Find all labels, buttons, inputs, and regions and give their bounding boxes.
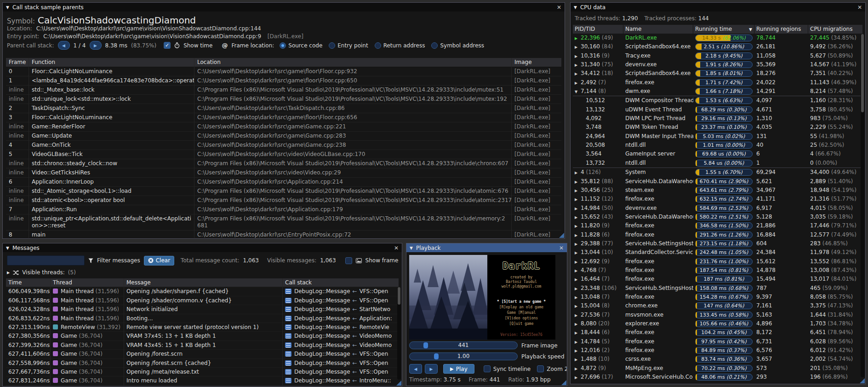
expander-icon[interactable]: ▶ [575,329,581,336]
expander-icon[interactable]: ▶ [575,35,581,42]
expander-icon[interactable]: ▶ [575,374,581,381]
process-row[interactable]: ▶11,820 (9)firefox.exe346.58 ms (1.50%)2… [573,221,863,230]
function-name[interactable]: std::_Atomic_storage<bool,1>::load [29,187,194,196]
function-name[interactable]: Game::RenderFloor [29,122,194,132]
message-callstack[interactable]: DebugLog::Message←VideoMemo [283,332,399,341]
process-row[interactable]: ▶27,536 (7)msvsmon.exe133.45 ms (0.58%)5… [573,311,863,319]
process-row[interactable]: ▶4,872 (9)MsMpEng.exe70.22 ms (0.30%)573… [573,364,863,373]
process-row[interactable]: 20,508 ntdll.dll1.01 ms (0.00%)4025 (62.… [573,141,863,150]
callstack-list-icon[interactable] [285,306,291,312]
message-callstack[interactable]: DebugLog::Message←VFS::Open [283,359,399,368]
radio-icon[interactable] [280,42,286,49]
radio-icon[interactable] [375,42,381,49]
table-row[interactable]: inlineGame::RenderFloorC:\Users\wolf\Des… [6,122,561,132]
expander-icon[interactable]: ▶ [575,232,581,239]
table-row[interactable]: 7Application::RunC:\Users\wolf\Desktop\d… [6,205,561,214]
process-row[interactable]: 13,132 uDWM Event Thread68.29 ms (0.30%)… [573,105,863,114]
radio-icon[interactable] [431,42,438,49]
message-callstack[interactable]: DebugLog::Message←RemoteVie [283,323,399,332]
function-name[interactable]: main [29,231,194,238]
function-name[interactable]: std::_Mutex_base::lock [29,86,194,95]
close-icon[interactable]: ✕ [394,245,399,251]
expander-icon[interactable]: ▶ [575,356,581,363]
table-row[interactable]: 8mainC:\Users\wolf\Desktop\darkrl\src\En… [6,231,561,238]
sync-timeline-checkbox[interactable] [484,365,491,372]
expander-icon[interactable]: ▼ [575,88,581,95]
process-row[interactable]: ▶31,340 (75)devenv.exe1.91 s (8.26%)35,3… [573,60,863,69]
close-icon[interactable]: ✕ [559,245,564,251]
message-callstack[interactable]: DebugLog::Message←VFS::Open [283,296,399,305]
process-row[interactable]: 10,512 DWM Compositor Thread1.53 s (6.63… [573,96,863,105]
function-name[interactable]: std::atomic<bool>::operator bool [29,196,194,205]
expander-icon[interactable]: ▶ [575,223,581,230]
next-callstack-button[interactable]: ▶ [90,41,102,50]
process-row[interactable]: ▶12,016 (2)firefox.exe84.89 ms (0.37%)6,… [573,346,863,355]
message-row[interactable]: 627,667,736nsGame (36,704)Opening /meta/… [6,368,399,376]
callstack-list-icon[interactable] [285,360,291,366]
message-callstack[interactable]: DebugLog::Message←VFS::Open [283,350,399,358]
table-row[interactable]: inlinestd::atomic<bool>::operator boolC:… [6,196,561,205]
step-forward-button[interactable]: ▶ [425,364,438,374]
function-name[interactable]: Floor::CalcLightNoLuminance [29,113,194,122]
expander-icon[interactable]: ▶ [575,347,581,354]
callstack-list-icon[interactable] [285,351,291,357]
function-name[interactable]: std::unique_ptr<Application,std::default… [29,214,194,231]
process-row[interactable]: ▶29,388 (77)ServiceHub.SettingsHost273.1… [573,239,863,248]
function-name[interactable]: std::unique_lock<std::mutex>::lock [29,95,194,104]
resize-grip[interactable] [860,378,865,383]
zoom-2x-checkbox[interactable] [537,365,544,372]
entry-point-path[interactable]: C:\Users\wolf\Desktop\darkrl\src\game\vi… [43,33,261,40]
column-header-cpu-migrations[interactable]: CPU migrations [808,25,863,34]
table-row[interactable]: inlineVideo::GetTicksHiResC:\Users\wolf\… [6,168,561,178]
callstack-list-icon[interactable] [285,342,291,348]
message-row[interactable]: 626,024,328nsMain thread (31,596)Network… [6,305,399,314]
process-row[interactable]: ▶30,456 (25)steam.exe643.61 ms (2.79%)34… [573,186,863,195]
location-path[interactable]: C:\Users\wolf\Desktop\darkrl\src\game\vi… [36,25,261,32]
function-name[interactable]: VideoGLBase::Tick [29,150,194,159]
expander-icon[interactable]: ▶ [575,70,581,77]
resize-grip[interactable] [559,233,564,238]
expander-icon[interactable]: ▶ [575,339,581,346]
table-row[interactable]: inlinestd::_Mutex_base::lockC:\Program F… [6,86,561,95]
radio-icon[interactable] [329,42,335,49]
message-callstack[interactable]: DebugLog::Message←IntroMenu:: [283,376,399,385]
expander-icon[interactable]: ▶ [575,365,581,372]
process-row[interactable]: ▶14,984 (50)devenv.exe584.69 ms (2.53%)6… [573,204,863,213]
resize-grip[interactable] [396,381,401,386]
show-time-checkbox[interactable]: ✓ [164,42,171,49]
message-row[interactable]: 627,558,996nsGame (36,704)Opening /fores… [6,359,399,368]
process-row[interactable]: ▶4,768 (7)firefox.exe187.54 ms (0.81%)14… [573,266,863,275]
collapse-icon[interactable]: ▼ [410,246,413,250]
expander-icon[interactable]: ▶ [575,44,581,51]
table-row[interactable]: 3Floor::CalcLightNoLuminanceC:\Users\wol… [6,113,561,122]
message-callstack[interactable]: DebugLog::Message←VFS::Open [283,287,399,296]
function-name[interactable]: Video::GetTicksHiRes [29,168,194,178]
function-name[interactable]: <lambda_84a19dc444fae966ca174e83e708bdca… [29,76,194,86]
expander-icon[interactable]: ▶ [575,179,581,185]
collapse-icon[interactable]: ▼ [574,5,577,10]
expander-icon[interactable]: ▶ [575,53,581,60]
message-callstack[interactable]: DebugLog::Message←VideoMemo [283,341,399,350]
step-back-button[interactable]: ◀ [409,364,422,374]
message-callstack[interactable]: DebugLog::Message←VFS::Open [283,368,399,376]
process-row[interactable]: ▶11,828 (6)firefox.exe291.26 ms (1.26%)1… [573,231,863,239]
message-row[interactable]: 627,831,246nsGame (36,704)Intro menu loa… [6,376,399,385]
message-row[interactable]: 606,117,568nsMain thread (31,596)Opening… [6,296,399,305]
clear-button[interactable]: Clear [144,256,174,266]
table-row[interactable]: inlinestd::unique_lock<std::mutex>::lock… [6,95,561,104]
callstack-list-icon[interactable] [285,298,291,303]
prev-callstack-button[interactable]: ◀ [58,41,70,50]
play-button[interactable]: ▶ Play [443,364,474,374]
function-name[interactable]: Floor::CalcLightNoLuminance [29,67,194,76]
table-row[interactable]: 5VideoGLBase::TickC:\Users\wolf\Desktop\… [6,150,561,159]
process-row[interactable]: ▶35,812 (88)ServiceHub.DataWarehou670.41… [573,177,863,186]
process-row[interactable]: ▶27,696 (17)Microsoft.ServiceHub.Co48.06… [573,373,863,381]
function-name[interactable]: Game::Update [29,132,194,141]
frame-location-radio-entry-point[interactable]: Entry point [329,42,368,49]
expander-icon[interactable]: ▶ [575,205,581,212]
frame-location-radio-source-code[interactable]: Source code [280,42,322,49]
expander-icon[interactable]: ▶ [575,267,581,274]
table-row[interactable]: 2TaskDispatch::SyncC:\Users\wolf\Desktop… [6,104,561,113]
resize-grip[interactable] [561,380,566,385]
function-name[interactable]: Game::OnTick [29,141,194,150]
